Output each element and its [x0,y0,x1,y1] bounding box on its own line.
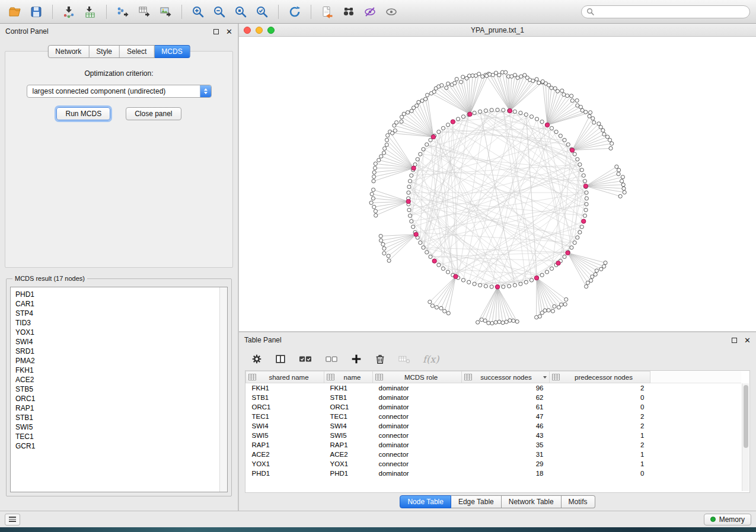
cell-shared_name[interactable]: ORC1 [246,402,324,412]
cell-succ[interactable]: 18 [462,469,550,478]
mcds-result-item[interactable]: PHD1 [15,290,216,299]
cell-succ[interactable]: 29 [462,459,550,469]
cell-role[interactable]: dominator [373,469,462,478]
col-header-mcds-role[interactable]: MCDS role [373,371,462,383]
tab-node-table[interactable]: Node Table [400,495,451,508]
close-panel-icon[interactable]: ✕ [226,28,232,36]
cell-role[interactable]: dominator [373,421,462,431]
cell-succ[interactable]: 61 [462,402,550,412]
mcds-result-item[interactable]: RAP1 [15,403,216,413]
mcds-result-item[interactable]: TEC1 [15,432,216,441]
cell-succ[interactable]: 43 [462,431,550,440]
table-row[interactable]: RAP1RAP1dominator352 [246,440,742,450]
cell-shared_name[interactable]: TEC1 [246,412,324,421]
cell-role[interactable]: connector [373,412,462,421]
cell-shared_name[interactable]: RAP1 [246,440,324,450]
cell-shared_name[interactable]: FKH1 [246,383,324,393]
export-network-button[interactable] [114,3,132,21]
float-table-panel-icon[interactable] [732,338,737,343]
cell-pred[interactable]: 1 [550,450,650,459]
cell-name[interactable]: PHD1 [324,469,373,478]
cell-succ[interactable]: 31 [462,450,550,459]
cell-shared_name[interactable]: STB1 [246,393,324,402]
show-columns-button[interactable] [275,353,286,365]
table-row[interactable]: ACE2ACE2connector311 [246,450,742,459]
show-analysis-button[interactable] [382,3,400,21]
deselect-all-button[interactable] [324,353,339,365]
close-panel-button[interactable]: Close panel [126,107,181,120]
cell-succ[interactable]: 62 [462,393,550,402]
export-image-button[interactable] [157,3,174,21]
cell-name[interactable]: RAP1 [324,440,373,450]
search-input[interactable] [597,8,745,16]
table-row[interactable]: SWI4SWI4dominator462 [246,421,742,431]
cell-name[interactable]: TEC1 [324,412,373,421]
cell-shared_name[interactable]: ACE2 [246,450,324,459]
cell-succ[interactable]: 47 [462,412,550,421]
mcds-result-item[interactable]: FKH1 [15,366,216,375]
mcds-result-item[interactable]: PMA2 [15,356,216,366]
close-table-panel-icon[interactable]: ✕ [744,336,751,344]
col-header-name[interactable]: name [324,371,373,383]
network-nodes[interactable] [369,70,626,325]
tab-edge-table[interactable]: Edge Table [451,495,502,508]
export-table-button[interactable] [135,3,153,21]
zoom-fit-button[interactable] [232,3,250,21]
cell-pred[interactable]: 1 [550,431,650,440]
search-box[interactable] [581,5,750,18]
float-panel-icon[interactable] [213,29,219,34]
import-network-button[interactable] [60,3,78,21]
cell-pred[interactable]: 2 [550,440,650,450]
mcds-result-item[interactable]: STP4 [15,309,216,318]
add-column-button[interactable] [350,353,362,365]
cell-role[interactable]: connector [373,459,462,469]
mcds-result-list[interactable]: PHD1CAR1STP4TID3YOX1SWI4SRD1PMA2FKH1ACE2… [10,287,228,492]
cell-role[interactable]: dominator [373,383,462,393]
result-list-scrollbar[interactable] [219,287,227,492]
cell-name[interactable]: YOX1 [324,459,373,469]
find-button[interactable] [340,3,358,21]
cell-name[interactable]: FKH1 [324,383,373,393]
cell-name[interactable]: STB1 [324,393,373,402]
cell-succ[interactable]: 96 [462,383,550,393]
tab-network-table[interactable]: Network Table [502,495,562,508]
table-row[interactable]: PHD1PHD1dominator180 [246,469,742,478]
cell-name[interactable]: SWI5 [324,431,373,440]
table-scrollbar[interactable] [742,383,749,491]
share-document-button[interactable] [318,3,336,21]
zoom-in-button[interactable] [189,3,207,21]
cell-pred[interactable]: 1 [550,459,650,469]
tab-network[interactable]: Network [47,45,89,58]
cell-name[interactable]: ORC1 [324,402,373,412]
criterion-select[interactable]: largest connected component (undirected) [27,85,212,98]
select-all-button[interactable] [298,353,312,365]
cell-role[interactable]: connector [373,450,462,459]
memory-button[interactable]: Memory [704,514,751,525]
hide-analysis-button[interactable] [361,3,379,21]
cell-succ[interactable]: 35 [462,440,550,450]
network-canvas[interactable] [239,37,756,331]
mcds-result-item[interactable]: CAR1 [15,299,216,309]
cell-name[interactable]: SWI4 [324,421,373,431]
mcds-result-item[interactable]: STB5 [15,384,216,394]
save-session-button[interactable] [27,3,45,21]
cell-role[interactable]: dominator [373,440,462,450]
col-header-successor-nodes[interactable]: successor nodes [462,371,550,383]
mcds-result-item[interactable]: ORC1 [15,394,216,403]
network-graph[interactable] [239,37,756,331]
open-session-button[interactable] [6,3,24,21]
tab-select[interactable]: Select [120,45,154,58]
cell-pred[interactable]: 0 [550,402,650,412]
delete-column-button[interactable] [374,353,386,365]
cell-pred[interactable]: 2 [550,383,650,393]
cell-shared_name[interactable]: PHD1 [246,469,324,478]
col-header-predecessor-nodes[interactable]: predecessor nodes [550,371,650,383]
zoom-out-button[interactable] [210,3,228,21]
mcds-result-item[interactable]: YOX1 [15,328,216,337]
cell-name[interactable]: ACE2 [324,450,373,459]
cell-succ[interactable]: 46 [462,421,550,431]
mcds-result-item[interactable]: STB1 [15,413,216,422]
table-row[interactable]: YOX1YOX1connector291 [246,459,742,469]
tab-motifs[interactable]: Motifs [562,495,595,508]
cell-role[interactable]: connector [373,431,462,440]
